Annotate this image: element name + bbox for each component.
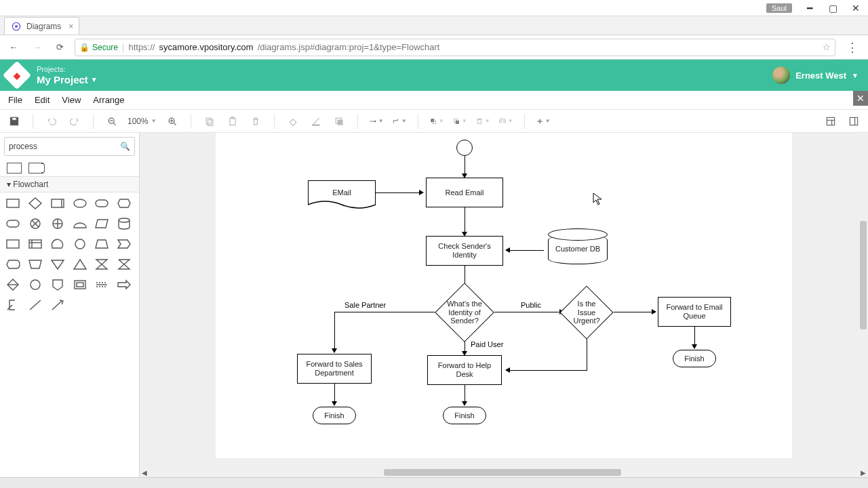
node-urgent-decision[interactable]: Is the Issue Urgent?: [559, 285, 613, 339]
edge[interactable]: [510, 370, 587, 371]
diagram-page[interactable]: EMail Read Email Check Sender's Identity…: [216, 133, 792, 458]
connection-line-button[interactable]: ▼: [392, 114, 407, 129]
scroll-right-icon[interactable]: ▶: [859, 468, 868, 477]
shape-terminator[interactable]: [94, 197, 109, 210]
menu-view[interactable]: View: [62, 95, 81, 105]
edge[interactable]: [614, 312, 653, 312]
panel-close-button[interactable]: ✕: [853, 91, 868, 106]
edge[interactable]: [465, 207, 465, 233]
undo-button[interactable]: [44, 114, 59, 129]
zoom-out-button[interactable]: [104, 114, 119, 129]
shape-chevron[interactable]: [117, 237, 132, 251]
copy-button[interactable]: [202, 114, 217, 129]
shape-circle[interactable]: [73, 237, 87, 251]
shape-line[interactable]: [28, 298, 43, 312]
shape-search-input[interactable]: process 🔍: [4, 137, 135, 156]
window-close-button[interactable]: ✕: [850, 1, 861, 16]
node-identity-decision[interactable]: What's the Identity of Sender?: [435, 283, 494, 342]
shape-display[interactable]: [5, 258, 20, 271]
edge[interactable]: [587, 339, 587, 370]
edge[interactable]: [465, 385, 465, 403]
save-button[interactable]: [7, 114, 22, 129]
shadow-button[interactable]: [332, 114, 347, 129]
app-logo-icon[interactable]: ◆: [3, 61, 31, 89]
align-button[interactable]: ▼: [475, 114, 490, 129]
url-input[interactable]: 🔒 Secure | https://sycamore.vpository.co…: [75, 39, 835, 56]
edge[interactable]: [334, 384, 335, 403]
shape-offpage[interactable]: [50, 278, 65, 291]
delete-button[interactable]: [248, 114, 263, 129]
node-fwd-queue[interactable]: Forward to Email Queue: [658, 297, 731, 327]
shape-manual-op[interactable]: [28, 258, 43, 271]
zoom-in-button[interactable]: [165, 114, 180, 129]
fill-color-button[interactable]: [285, 114, 300, 129]
format-panel-button[interactable]: [823, 114, 838, 129]
browser-menu-button[interactable]: ⋮: [842, 40, 863, 55]
window-maximize-button[interactable]: ▢: [827, 1, 838, 16]
shape-stadium[interactable]: [5, 217, 20, 230]
shape-hourglass[interactable]: [94, 258, 109, 271]
node-finish-help[interactable]: Finish: [443, 407, 486, 424]
node-start[interactable]: [456, 140, 473, 156]
project-selector[interactable]: Projects: My Project▼: [37, 65, 98, 85]
shape-bracket[interactable]: [5, 298, 20, 312]
edge[interactable]: [465, 156, 465, 175]
user-menu[interactable]: Ernest West ▼: [772, 66, 859, 84]
node-email[interactable]: EMail: [308, 180, 376, 205]
edge[interactable]: [376, 192, 420, 193]
scroll-left-icon[interactable]: ◀: [140, 468, 149, 477]
search-icon[interactable]: 🔍: [120, 142, 130, 151]
distribute-button[interactable]: ▼: [498, 114, 513, 129]
menu-arrange[interactable]: Arrange: [93, 95, 124, 105]
shape-trapezoid[interactable]: [94, 237, 109, 251]
shape-crossed-circle[interactable]: [28, 217, 43, 230]
shape-loop-limit[interactable]: [94, 278, 109, 291]
window-minimize-button[interactable]: ━: [804, 1, 815, 16]
node-finish-sales[interactable]: Finish: [313, 407, 356, 424]
to-front-button[interactable]: ▼: [429, 114, 444, 129]
shape-card[interactable]: [5, 237, 20, 251]
shape-ellipse[interactable]: [73, 197, 87, 210]
shape-tape[interactable]: [50, 237, 65, 251]
connection-arrow-button[interactable]: ▼: [369, 114, 384, 129]
canvas-viewport[interactable]: EMail Read Email Check Sender's Identity…: [140, 133, 868, 468]
redo-button[interactable]: [67, 114, 82, 129]
node-finish-queue[interactable]: Finish: [673, 350, 716, 367]
node-check-identity[interactable]: Check Sender's Identity: [426, 236, 503, 266]
shape-subprocess[interactable]: [50, 197, 65, 210]
shape-cylinder[interactable]: [117, 217, 132, 230]
shape-parallelogram[interactable]: [94, 217, 109, 230]
browser-tab[interactable]: Diagrams ×: [4, 17, 79, 35]
shape-plus-circle[interactable]: [50, 217, 65, 230]
edge[interactable]: [334, 312, 435, 312]
paste-button[interactable]: [225, 114, 240, 129]
shape-rect[interactable]: [5, 197, 20, 210]
bookmark-star-icon[interactable]: ☆: [823, 42, 831, 52]
tab-close-icon[interactable]: ×: [68, 22, 73, 31]
vertical-scrollbar[interactable]: [859, 133, 868, 468]
outline-panel-button[interactable]: [846, 114, 861, 129]
nav-forward-button[interactable]: →: [28, 39, 45, 56]
shape-collate2[interactable]: [117, 258, 132, 271]
edge[interactable]: [494, 312, 561, 312]
scrollbar-thumb[interactable]: [860, 221, 867, 329]
menu-file[interactable]: File: [8, 95, 22, 105]
line-color-button[interactable]: [309, 114, 323, 129]
menu-edit[interactable]: Edit: [35, 95, 50, 105]
shape-arrow-right[interactable]: [117, 278, 132, 291]
shape-hexagon[interactable]: [117, 197, 132, 210]
scrollbar-thumb[interactable]: [384, 469, 621, 476]
edge[interactable]: [694, 327, 695, 346]
shape-triangle-up[interactable]: [73, 258, 87, 271]
node-read-email[interactable]: Read Email: [426, 178, 503, 207]
edge[interactable]: [334, 312, 335, 350]
result-shape-process[interactable]: [7, 163, 22, 174]
shape-annotation[interactable]: [73, 278, 87, 291]
nav-back-button[interactable]: ←: [5, 39, 22, 56]
shape-line-arrow[interactable]: [50, 298, 65, 312]
shape-diamond[interactable]: [28, 197, 43, 210]
shape-half-ellipse[interactable]: [73, 217, 87, 230]
node-fwd-help[interactable]: Forward to Help Desk: [427, 355, 502, 385]
node-customer-db[interactable]: Customer DB: [548, 235, 608, 264]
shape-triangle-down[interactable]: [50, 258, 65, 271]
